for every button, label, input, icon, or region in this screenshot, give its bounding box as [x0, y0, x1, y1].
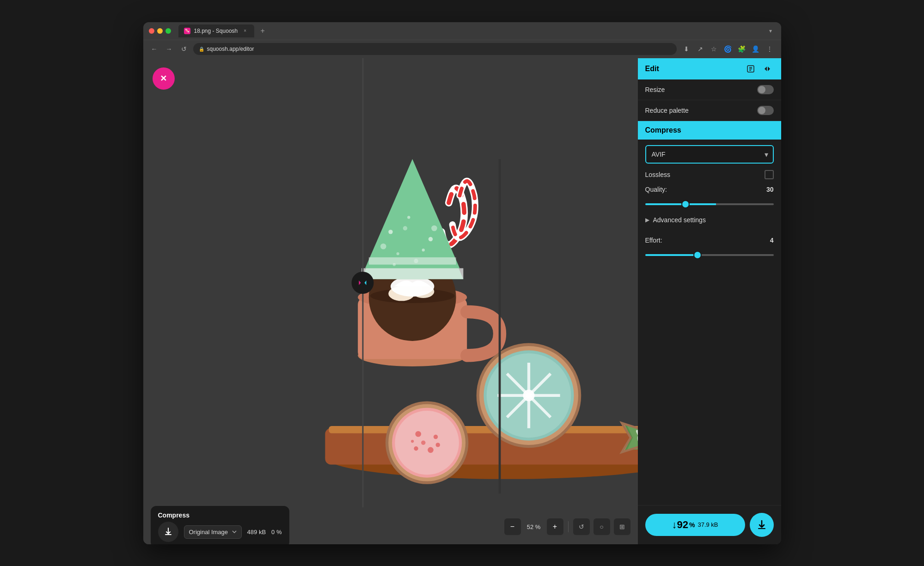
- edit-code-icon[interactable]: [744, 62, 757, 75]
- effort-value-display: 4: [770, 237, 774, 244]
- profile-icon[interactable]: 👤: [750, 43, 762, 55]
- image-container: [143, 58, 638, 507]
- advanced-settings-row[interactable]: ▶ Advanced settings: [645, 213, 774, 227]
- svg-point-19: [428, 237, 432, 241]
- svg-point-40: [433, 434, 437, 438]
- save-percentage-display: ↓92: [672, 519, 688, 531]
- squoosh-icon[interactable]: 🌀: [722, 43, 734, 55]
- lossless-row: Lossless: [645, 168, 774, 181]
- quality-slider-container: [645, 198, 774, 208]
- svg-point-22: [380, 243, 386, 250]
- svg-point-39: [415, 431, 421, 437]
- canvas-area: ✕: [143, 58, 638, 544]
- edit-header: Edit: [638, 58, 781, 79]
- browser-window: 🍬 18.png - Squoosh × + ▾ ← → ↺ 🔒 squoosh…: [143, 22, 781, 544]
- svg-marker-60: [765, 67, 767, 71]
- effort-row: Effort: 4: [638, 233, 781, 248]
- bottom-toolbar: Compress Original Image 489 kB 0 %: [143, 510, 638, 544]
- left-compress-panel: Compress Original Image 489 kB 0 %: [151, 506, 289, 544]
- resize-row: Resize: [638, 79, 781, 100]
- rotate-button[interactable]: ↺: [573, 518, 590, 535]
- grid-view-button[interactable]: ⊞: [614, 518, 630, 535]
- format-select[interactable]: AVIF WebP MozJPEG OxiPNG PNG: [645, 145, 774, 164]
- bookmark-icon[interactable]: ☆: [708, 43, 720, 55]
- advanced-arrow-icon: ▶: [645, 217, 649, 223]
- download-button[interactable]: [750, 513, 774, 537]
- zoom-out-button[interactable]: −: [504, 518, 521, 535]
- zoom-controls: − 52 % + ↺ ○ ⊞: [504, 518, 630, 535]
- left-percentage-display: 0 %: [271, 529, 281, 536]
- lock-icon: 🔒: [199, 47, 204, 52]
- back-button[interactable]: ←: [149, 43, 160, 55]
- zoom-divider: [568, 521, 569, 532]
- left-download-button[interactable]: [158, 522, 178, 542]
- svg-point-41: [428, 447, 434, 453]
- effort-slider[interactable]: [645, 254, 774, 256]
- browser-toolbar: ← → ↺ 🔒 squoosh.app/editor ⬇ ↗ ☆ 🌀 🧩 👤 ⋮: [143, 40, 781, 58]
- svg-point-42: [414, 446, 418, 450]
- svg-point-17: [388, 230, 392, 234]
- svg-rect-55: [165, 534, 171, 535]
- file-size-display: 489 kB: [247, 529, 266, 536]
- svg-point-34: [523, 390, 534, 401]
- menu-icon[interactable]: ⋮: [764, 43, 776, 55]
- svg-point-25: [414, 259, 418, 263]
- svg-point-45: [411, 439, 414, 442]
- svg-point-44: [435, 443, 440, 447]
- edit-title: Edit: [645, 65, 740, 73]
- svg-point-43: [421, 440, 425, 444]
- download-page-icon[interactable]: ⬇: [680, 43, 692, 55]
- reduce-palette-label: Reduce palette: [645, 107, 757, 114]
- quality-label: Quality:: [645, 186, 766, 193]
- svg-point-18: [407, 216, 410, 219]
- svg-point-12: [391, 276, 434, 296]
- lossless-checkbox[interactable]: [765, 170, 774, 179]
- split-divider: [362, 58, 363, 507]
- edit-compare-icon[interactable]: [761, 62, 774, 75]
- compress-content: AVIF WebP MozJPEG OxiPNG PNG ▾ Lossless …: [638, 140, 781, 233]
- edit-icons: [744, 62, 774, 75]
- left-panel-controls: Original Image 489 kB 0 %: [158, 522, 282, 542]
- close-tab-button[interactable]: ×: [241, 27, 249, 35]
- save-percent-sign: %: [689, 521, 695, 529]
- svg-point-52: [357, 277, 369, 289]
- resize-label: Resize: [645, 86, 757, 93]
- quality-value-display: 30: [766, 186, 774, 193]
- minimize-window-button[interactable]: [157, 28, 163, 34]
- tab-favicon: 🍬: [184, 28, 190, 34]
- split-handle-button[interactable]: [352, 272, 374, 294]
- refresh-button[interactable]: ↺: [178, 43, 190, 55]
- maximize-window-button[interactable]: [165, 28, 171, 34]
- tab-dropdown-button[interactable]: ▾: [765, 26, 776, 36]
- svg-point-20: [396, 252, 399, 255]
- address-bar[interactable]: 🔒 squoosh.app/editor: [193, 43, 677, 55]
- svg-point-24: [431, 225, 437, 231]
- save-button[interactable]: ↓92 % 37.9 kB: [645, 514, 745, 536]
- effort-label: Effort:: [645, 237, 770, 244]
- new-tab-button[interactable]: +: [256, 24, 269, 37]
- app-content: ✕: [143, 58, 781, 544]
- forward-button[interactable]: →: [164, 43, 175, 55]
- circle-view-button[interactable]: ○: [594, 518, 610, 535]
- active-tab[interactable]: 🍬 18.png - Squoosh ×: [178, 24, 255, 37]
- toolbar-actions: ⬇ ↗ ☆ 🌀 🧩 👤 ⋮: [680, 43, 776, 55]
- right-bottom-bar: ↓92 % 37.9 kB: [638, 505, 781, 544]
- reduce-palette-row: Reduce palette: [638, 100, 781, 121]
- original-image-select[interactable]: Original Image: [184, 525, 242, 539]
- close-window-button[interactable]: [149, 28, 154, 34]
- extensions-icon[interactable]: 🧩: [736, 43, 748, 55]
- url-text: squoosh.app/editor: [207, 46, 254, 52]
- quality-slider[interactable]: [645, 203, 774, 205]
- svg-rect-15: [361, 268, 463, 279]
- zoom-in-button[interactable]: +: [547, 518, 563, 535]
- reduce-palette-toggle[interactable]: [757, 106, 774, 115]
- tab-bar: 🍬 18.png - Squoosh × + ▾: [178, 22, 776, 40]
- close-editor-button[interactable]: ✕: [153, 67, 175, 90]
- compress-title: Compress: [645, 126, 681, 134]
- tab-title: 18.png - Squoosh: [194, 28, 238, 34]
- right-panel: Edit: [638, 58, 781, 544]
- svg-point-26: [392, 263, 395, 266]
- resize-toggle[interactable]: [757, 85, 774, 94]
- share-icon[interactable]: ↗: [694, 43, 706, 55]
- save-size-display: 37.9 kB: [698, 521, 718, 528]
